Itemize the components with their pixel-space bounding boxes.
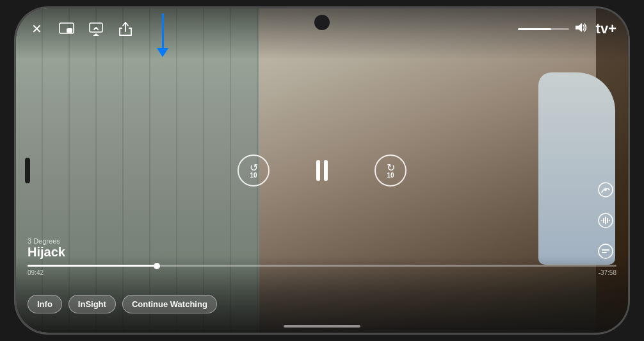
pause-bar-left [316,160,320,181]
home-bar [284,325,360,328]
pip-button[interactable] [58,21,75,37]
time-row: 09:42 -37:58 [28,269,616,276]
top-icon-group [58,21,134,37]
insight-button[interactable]: InSight [68,295,116,313]
right-controls [595,179,616,262]
svg-rect-1 [67,28,72,33]
progress-fill [28,265,157,267]
info-button[interactable]: Info [28,295,62,313]
progress-bar[interactable] [28,265,616,267]
svg-rect-15 [602,249,609,251]
progress-dot [154,263,160,269]
center-playback-controls: ↺ 10 ↻ 10 [237,154,407,187]
time-remaining: -37:58 [599,269,616,276]
svg-point-7 [604,188,607,191]
time-current: 09:42 [28,269,44,276]
show-info: 3 Degrees Hijack [28,237,616,260]
bottom-buttons: Info InSight Continue Watching [28,295,217,313]
volume-icon[interactable] [574,22,587,36]
progress-bar-row [28,265,616,267]
volume-bar-container [518,22,587,36]
top-controls: ✕ [16,20,628,38]
appletv-logo: tv+ [595,21,616,37]
svg-rect-16 [602,252,607,253]
arrow-shaft [162,13,164,49]
pause-bar-right [324,160,328,181]
continue-watching-button[interactable]: Continue Watching [122,295,217,313]
blue-arrow-indicator [157,13,168,57]
arrow-head [157,48,168,57]
pause-button[interactable] [308,156,336,185]
volume-fill [518,28,551,30]
share-button[interactable] [117,21,134,37]
top-right-controls: tv+ [518,21,616,37]
playback-speed-button[interactable] [595,179,616,201]
side-camera [25,158,30,183]
show-subtitle: 3 Degrees [28,237,616,245]
phone-frame: ✕ [15,7,629,334]
forward-button[interactable]: ↻ 10 [374,154,407,187]
rewind-button[interactable]: ↺ 10 [237,154,270,187]
svg-point-14 [599,244,613,258]
close-button[interactable]: ✕ [28,20,45,38]
svg-marker-5 [576,23,582,32]
volume-bar [518,28,569,30]
airplay-button[interactable] [88,21,104,37]
show-title: Hijack [28,245,616,260]
subtitles-button[interactable] [595,240,616,262]
audio-button[interactable] [595,210,616,231]
svg-marker-3 [93,33,99,36]
progress-area: 3 Degrees Hijack 09:42 -37:58 [28,237,616,276]
